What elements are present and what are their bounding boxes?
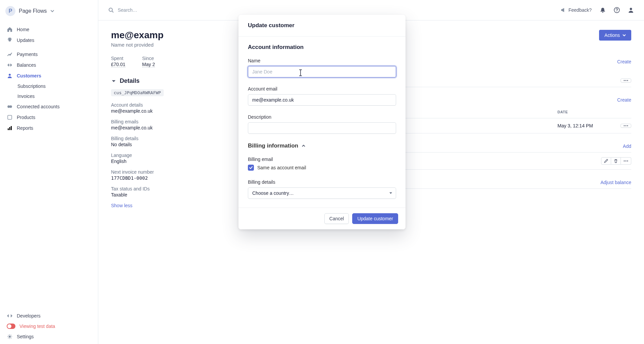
details-heading[interactable]: Details (111, 77, 228, 84)
add-button[interactable]: Add (623, 144, 631, 149)
sidebar-item-subscriptions[interactable]: Subscriptions (0, 81, 98, 91)
edit-button[interactable] (601, 157, 611, 165)
billing-email-label: Billing email (248, 157, 396, 162)
sidebar: P Page Flows Home Updates Payments Balan… (0, 0, 98, 344)
same-as-account-checkbox[interactable] (248, 165, 254, 171)
stat-spent-value: £70.01 (111, 62, 125, 67)
sidebar-item-label: Products (17, 115, 35, 120)
help-icon[interactable] (614, 7, 620, 13)
sidebar-item-label: Developers (17, 313, 41, 319)
feedback-label: Feedback? (569, 7, 592, 13)
sidebar-item-invoices[interactable]: Invoices (0, 91, 98, 101)
sidebar-item-viewing-test-data[interactable]: Viewing test data (0, 321, 98, 331)
sidebar-item-developers[interactable]: Developers (0, 310, 98, 321)
svg-point-11 (630, 8, 632, 10)
create-button-2[interactable]: Create (617, 97, 631, 103)
name-input[interactable] (248, 66, 396, 77)
more-horizontal-icon (624, 125, 628, 126)
language-label: Language (111, 153, 228, 158)
sidebar-item-products[interactable]: Products (0, 112, 98, 123)
row-more-button-2[interactable] (621, 157, 631, 165)
actions-label: Actions (604, 33, 620, 38)
payments-icon (7, 51, 13, 57)
bell-icon[interactable] (600, 7, 606, 13)
sidebar-item-balances[interactable]: Balances (0, 60, 98, 70)
sidebar-item-label: Invoices (17, 94, 35, 99)
stat-spent-label: Spent (111, 56, 125, 61)
more-horizontal-icon (624, 160, 628, 162)
svg-point-19 (626, 161, 627, 162)
svg-point-20 (627, 161, 628, 162)
show-less-link[interactable]: Show less (111, 203, 228, 208)
sidebar-item-label: Subscriptions (17, 83, 46, 89)
svg-point-12 (624, 80, 625, 81)
home-icon (7, 26, 13, 33)
next-invoice-value: 177CDBD1-0002 (111, 175, 228, 181)
svg-point-15 (624, 125, 625, 126)
svg-point-1 (9, 74, 11, 76)
sidebar-item-label: Settings (17, 334, 34, 339)
account-information-heading: Account information (248, 44, 396, 51)
sidebar-item-payments[interactable]: Payments (0, 49, 98, 60)
sidebar-item-label: Customers (17, 73, 41, 78)
user-icon[interactable] (628, 7, 634, 13)
sidebar-item-customers[interactable]: Customers (0, 70, 98, 81)
svg-point-9 (109, 8, 112, 11)
create-button-1[interactable]: Create (617, 56, 631, 67)
tax-label: Tax status and IDs (111, 186, 228, 191)
feedback-button[interactable]: Feedback? (560, 7, 592, 13)
billing-information-heading[interactable]: Billing information (248, 142, 396, 149)
sidebar-item-connected-accounts[interactable]: Connected accounts (0, 101, 98, 112)
more-button[interactable] (621, 78, 631, 82)
billing-details-label: Billing details (111, 136, 228, 141)
account-email-label: Account email (248, 86, 396, 92)
sidebar-item-home[interactable]: Home (0, 24, 98, 35)
customers-icon (7, 73, 13, 79)
cancel-button[interactable]: Cancel (324, 213, 349, 224)
updates-icon (7, 37, 13, 43)
search-input[interactable]: Search… (108, 7, 556, 13)
chevron-up-icon (302, 144, 306, 148)
country-select[interactable]: Choose a country… (248, 187, 396, 199)
check-icon (249, 166, 253, 170)
update-customer-button[interactable]: Update customer (352, 213, 398, 224)
account-email-input[interactable] (248, 94, 396, 106)
customer-title: me@examp (111, 30, 164, 41)
svg-rect-6 (9, 127, 10, 130)
reports-icon (7, 125, 13, 131)
chevron-down-icon (623, 34, 626, 37)
next-invoice-label: Next invoice number (111, 169, 228, 175)
adjust-balance-button[interactable]: Adjust balance (600, 180, 631, 185)
billing-details-value: No details (111, 142, 228, 147)
svg-point-13 (626, 80, 627, 81)
sidebar-item-label: Balances (17, 62, 36, 68)
sidebar-item-updates[interactable]: Updates (0, 35, 98, 46)
gear-icon (7, 334, 13, 340)
tax-value: Taxable (111, 192, 228, 197)
sidebar-item-label: Reports (17, 125, 33, 131)
pencil-icon (604, 159, 608, 163)
stat-since-value: May 2 (142, 62, 155, 67)
description-label: Description (248, 114, 396, 120)
brand-logo: P (5, 6, 15, 16)
svg-point-8 (9, 336, 11, 338)
billing-emails-value: me@example.co.uk (111, 125, 228, 130)
customer-id-badge[interactable]: cus_JPqMDOaRWRAFWP (111, 89, 164, 96)
delete-button[interactable] (611, 157, 621, 165)
customer-subtitle: Name not provided (111, 42, 164, 48)
row-more-button[interactable] (621, 124, 631, 128)
sidebar-item-label: Connected accounts (17, 104, 60, 109)
sidebar-item-settings[interactable]: Settings (0, 331, 98, 342)
svg-point-17 (627, 125, 628, 126)
actions-button[interactable]: Actions (599, 30, 631, 41)
sidebar-item-reports[interactable]: Reports (0, 123, 98, 133)
account-switcher[interactable]: P Page Flows (0, 3, 98, 22)
search-icon (108, 7, 114, 13)
row-date: May 3, 12:14 PM (557, 123, 618, 128)
nav-main: Home Updates Payments Balances Customers… (0, 22, 98, 135)
svg-point-16 (626, 125, 627, 126)
account-details-label: Account details (111, 102, 228, 108)
svg-point-18 (624, 161, 625, 162)
test-data-toggle[interactable] (7, 324, 15, 329)
description-input[interactable] (248, 122, 396, 134)
